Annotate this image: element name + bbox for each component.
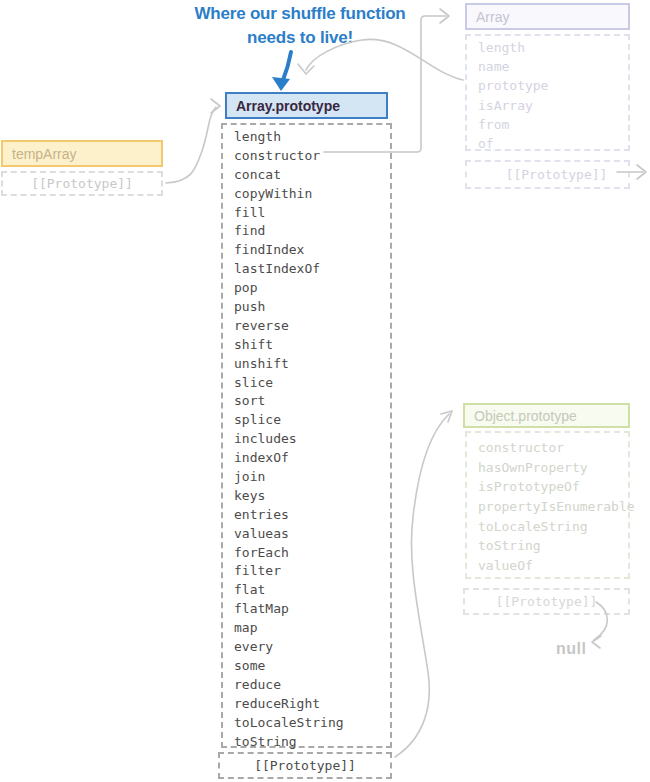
prototype-slot-label: [[Prototype]] [254,758,356,773]
annotation-title: Where our shuffle function needs to live… [150,2,450,50]
object-prototype-title: Object.prototype [474,408,577,424]
method-item: reverse [234,317,390,336]
method-item: map [234,619,390,638]
method-item: find [234,222,390,241]
arrowhead-down-left [592,636,601,648]
method-item: length [234,128,390,147]
shuffle-target-arrow [272,52,291,91]
method-item: flatMap [234,600,390,619]
method-item: reduce [234,676,390,695]
temp-array-header: tempArray [1,140,163,167]
object-prototype-prototype-slot: [[Prototype]] [463,588,630,615]
method-item: constructor [478,438,628,458]
temp-array-prototype-slot: [[Prototype]] [1,171,163,196]
method-item: toLocaleString [478,517,628,537]
method-item: splice [234,411,390,430]
method-item: join [234,468,390,487]
method-item: includes [234,430,390,449]
property-item: from [478,115,628,134]
method-item: reduceRight [234,695,390,714]
method-item: forEach [234,544,390,563]
null-label: null [556,640,586,658]
arrowhead-down [298,64,314,74]
method-item: filter [234,562,390,581]
method-item: fill [234,204,390,223]
method-item: flat [234,581,390,600]
array-prototype-title: Array.prototype [236,98,340,114]
method-item: every [234,638,390,657]
property-item: prototype [478,76,628,95]
method-item: sort [234,392,390,411]
property-item: of [478,134,628,153]
array-constructor-header: Array [465,3,630,30]
method-item: keys [234,487,390,506]
arrowhead-right [637,165,646,179]
array-constructor-properties: lengthnameprototypeisArrayfromof [465,34,630,151]
annotation-line2: needs to live! [150,26,450,50]
arrowhead-right [211,99,220,113]
array-prototype-header: Array.prototype [225,92,388,119]
array-constructor-title: Array [476,9,509,25]
method-item: propertyIsEnumerable [478,497,628,517]
method-item: toString [234,733,390,752]
method-item: indexOf [234,449,390,468]
temp-array-title: tempArray [12,146,77,162]
prototype-slot-label: [[Prototype]] [496,594,598,609]
prototype-slot-label: [[Prototype]] [31,176,133,191]
property-item: isArray [478,96,628,115]
object-prototype-methods: constructorhasOwnPropertyisPrototypeOfpr… [465,431,630,579]
method-item: some [234,657,390,676]
prototype-chain-diagram: Where our shuffle function needs to live… [0,0,650,782]
method-item: shift [234,336,390,355]
method-item: toLocaleString [234,714,390,733]
method-item: copyWithin [234,185,390,204]
method-item: findIndex [234,241,390,260]
array-constructor-prototype-slot: [[Prototype]] [465,160,630,189]
method-item: pop [234,279,390,298]
arrowhead-up-right [441,411,452,422]
method-item: push [234,298,390,317]
method-item: slice [234,374,390,393]
method-item: toString [478,536,628,556]
method-item: lastIndexOf [234,260,390,279]
property-item: length [478,38,628,57]
method-item: entries [234,506,390,525]
array-prototype-methods: lengthconstructorconcatcopyWithinfillfin… [221,123,392,748]
method-item: concat [234,166,390,185]
method-item: unshift [234,355,390,374]
method-item: valueOf [478,556,628,576]
temp-array-to-array-prototype-arrow [166,107,216,183]
array-prototype-to-object-prototype-arrow [395,414,449,757]
property-item: name [478,57,628,76]
prototype-slot-label: [[Prototype]] [506,167,608,182]
method-item: constructor [234,147,390,166]
object-prototype-header: Object.prototype [463,403,630,428]
method-item: isPrototypeOf [478,477,628,497]
method-item: valueas [234,525,390,544]
array-prototype-prototype-slot: [[Prototype]] [218,752,392,779]
method-item: hasOwnProperty [478,458,628,478]
annotation-line1: Where our shuffle function [150,2,450,26]
